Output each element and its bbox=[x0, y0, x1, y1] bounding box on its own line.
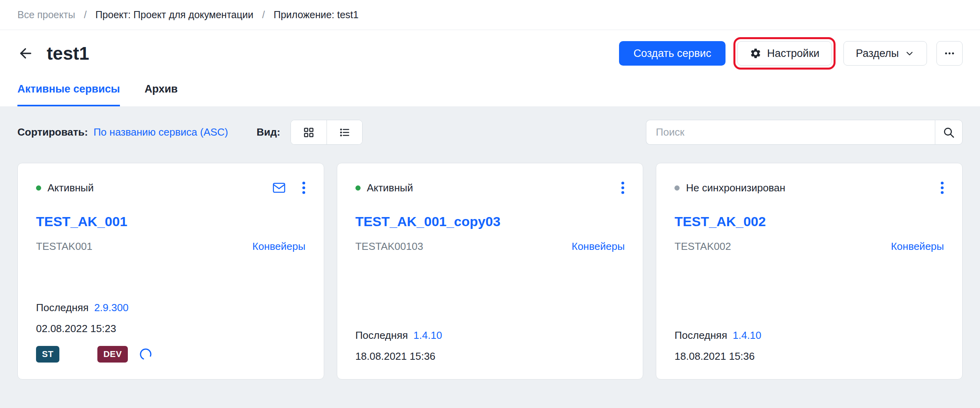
create-service-button[interactable]: Создать сервис bbox=[619, 41, 726, 66]
arrow-left-icon bbox=[17, 45, 34, 62]
service-code: TESTAK002 bbox=[674, 240, 731, 253]
sort-value-link[interactable]: По названию сервиса (ASC) bbox=[93, 126, 228, 138]
kebab-menu-icon[interactable] bbox=[940, 181, 944, 195]
chevron-down-icon bbox=[904, 48, 915, 59]
loading-spinner-icon bbox=[139, 348, 152, 361]
annotation-highlight: Настройки bbox=[733, 37, 836, 70]
view-toggle bbox=[291, 120, 363, 145]
version-date: 18.08.2021 15:36 bbox=[355, 350, 625, 363]
last-version-label: Последняя bbox=[355, 329, 408, 342]
search-input[interactable] bbox=[646, 120, 935, 145]
service-card: Активный TEST_AK_001 TESTAK001 Конвейеры… bbox=[17, 163, 324, 380]
version-date: 02.08.2022 15:23 bbox=[36, 323, 306, 335]
grid-icon bbox=[303, 127, 315, 138]
list-icon bbox=[339, 127, 351, 138]
service-card: Активный TEST_AK_001_copy03 TESTAK00103 … bbox=[337, 163, 644, 380]
gear-icon bbox=[750, 47, 762, 59]
search-button[interactable] bbox=[935, 120, 963, 145]
version-link[interactable]: 1.4.10 bbox=[733, 329, 761, 342]
kebab-menu-icon[interactable] bbox=[621, 181, 625, 195]
list-view-button[interactable] bbox=[327, 120, 362, 144]
service-title-link[interactable]: TEST_AK_001 bbox=[36, 214, 127, 229]
env-badge-dev[interactable]: DEV bbox=[97, 346, 128, 363]
pipelines-link[interactable]: Конвейеры bbox=[891, 240, 944, 253]
toolbar: Сортировать: По названию сервиса (ASC) В… bbox=[17, 120, 963, 145]
version-date: 18.08.2021 15:36 bbox=[674, 350, 944, 363]
sections-button-label: Разделы bbox=[856, 47, 899, 60]
ellipsis-icon bbox=[944, 47, 955, 59]
service-code: TESTAK001 bbox=[36, 240, 93, 253]
kebab-menu-icon[interactable] bbox=[302, 181, 306, 195]
search bbox=[646, 120, 963, 145]
sort-label: Сортировать: bbox=[17, 126, 88, 138]
breadcrumb-project[interactable]: Проект: Проект для документации bbox=[95, 9, 253, 21]
last-version-label: Последняя bbox=[674, 329, 727, 342]
tab-archive[interactable]: Архив bbox=[144, 83, 178, 106]
search-icon bbox=[942, 126, 955, 139]
pipelines-link[interactable]: Конвейеры bbox=[253, 240, 306, 253]
view-label: Вид: bbox=[256, 126, 280, 138]
pipelines-link[interactable]: Конвейеры bbox=[572, 240, 625, 253]
header-actions: Создать сервис Настройки Разделы bbox=[619, 41, 963, 66]
last-version-label: Последняя bbox=[36, 302, 89, 314]
status-label: Не синхронизирован bbox=[686, 182, 785, 194]
breadcrumb-all-projects[interactable]: Все проекты bbox=[17, 9, 75, 21]
service-card: Не синхронизирован TEST_AK_002 TESTAK002… bbox=[656, 163, 963, 380]
service-code: TESTAK00103 bbox=[355, 240, 424, 253]
content-area: Сортировать: По названию сервиса (ASC) В… bbox=[0, 106, 980, 408]
envelope-icon[interactable] bbox=[272, 181, 286, 195]
more-actions-button[interactable] bbox=[936, 41, 963, 66]
page-header: test1 Создать сервис Настройки Разделы bbox=[0, 30, 980, 66]
status-label: Активный bbox=[47, 182, 94, 194]
back-button[interactable] bbox=[17, 45, 34, 62]
status-label: Активный bbox=[367, 182, 413, 194]
breadcrumb-separator: / bbox=[84, 9, 87, 21]
version-link[interactable]: 1.4.10 bbox=[414, 329, 442, 342]
breadcrumb-separator: / bbox=[262, 9, 265, 21]
card-status-row: Не синхронизирован bbox=[674, 181, 944, 195]
card-status-row: Активный bbox=[36, 181, 306, 195]
sections-dropdown-button[interactable]: Разделы bbox=[843, 41, 927, 66]
breadcrumb: Все проекты / Проект: Проект для докумен… bbox=[0, 0, 980, 30]
grid-view-button[interactable] bbox=[291, 120, 327, 144]
env-badge-st[interactable]: ST bbox=[36, 346, 59, 363]
status-dot bbox=[674, 185, 680, 191]
service-cards: Активный TEST_AK_001 TESTAK001 Конвейеры… bbox=[17, 163, 963, 380]
page-title: test1 bbox=[47, 43, 89, 64]
service-title-link[interactable]: TEST_AK_002 bbox=[674, 214, 766, 229]
status-dot bbox=[36, 185, 41, 191]
status-dot bbox=[355, 185, 361, 191]
service-title-link[interactable]: TEST_AK_001_copy03 bbox=[355, 214, 501, 229]
settings-button-label: Настройки bbox=[767, 47, 819, 60]
tabs: Активные сервисы Архив bbox=[0, 66, 980, 106]
tab-active-services[interactable]: Активные сервисы bbox=[17, 83, 120, 106]
version-link[interactable]: 2.9.300 bbox=[94, 302, 129, 314]
settings-button[interactable]: Настройки bbox=[737, 41, 832, 66]
breadcrumb-application: Приложение: test1 bbox=[273, 9, 359, 21]
card-status-row: Активный bbox=[355, 181, 625, 195]
